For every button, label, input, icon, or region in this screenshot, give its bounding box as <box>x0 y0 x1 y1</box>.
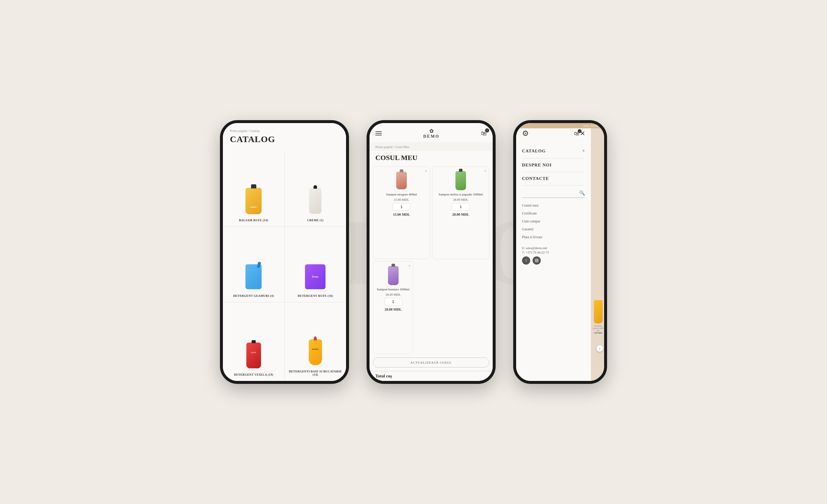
cart-badge: 3 <box>485 128 489 132</box>
shampoo-green-icon <box>455 171 466 190</box>
contact-email: E: sales@demo.md <box>522 246 585 250</box>
hamburger-line <box>375 133 382 133</box>
category-label: BALSAM RUFE (14) <box>239 219 268 222</box>
category-detergent-rufe[interactable]: DETERGENT RUFE (16) <box>285 227 346 302</box>
sub-link-cum-cumpar[interactable]: Cum cumpar <box>522 218 585 225</box>
logo-gear-icon: ✿ <box>423 128 440 134</box>
category-label: DETERGENTI BAIE SI BUCATARIE (14) <box>288 370 343 376</box>
cart-bag-icon[interactable]: 🛍 3 <box>481 130 487 137</box>
expand-icon: + <box>582 148 585 154</box>
menu-logo-gear-icon: ⚙ <box>522 129 529 138</box>
hamburger-line <box>375 135 382 135</box>
menu-cart-area: 🛍 2 <box>574 131 579 137</box>
category-balsam-rufe[interactable]: BALSAM RUFE (14) <box>223 151 285 226</box>
contact-section: E: sales@demo.md T: +373 79 44-22-73 f <box>522 246 585 265</box>
right-product-price: 7.00 MDL <box>592 332 604 334</box>
cart-item-name-0: Sampon strugure 400ml <box>386 192 417 196</box>
shampoo-red-icon <box>396 172 407 189</box>
right-product-name: id ananas rezerva 1000 ml <box>592 325 604 332</box>
hamburger-line <box>375 131 382 132</box>
bottle-red-icon <box>246 343 261 368</box>
facebook-icon[interactable]: f <box>522 257 530 265</box>
cart-item-name-1: Sampon melisa si papadie 1000ml <box>439 192 483 196</box>
bottle-yellow-icon <box>245 188 261 214</box>
menu-catalog-label: CATALOG <box>522 149 546 154</box>
product-image-bag <box>303 262 327 291</box>
product-image-balsam <box>242 186 265 216</box>
cart-breadcrumb: Prima pagină / Cosul Meu <box>370 143 493 151</box>
cart-topbar: ✿ DEMO 🛍 3 <box>370 123 493 143</box>
announcement-bar: sinau, vezi detalii <box>516 123 604 128</box>
cart-item-price-1: 28.00 MDL <box>453 198 468 201</box>
menu-cart-icon[interactable]: 🛍 2 <box>574 131 579 137</box>
catalog-breadcrumb: Prima pagină / Catalog <box>230 129 339 132</box>
cart-logo: ✿ DEMO <box>423 128 440 139</box>
carousel-next-button[interactable]: › <box>596 345 603 352</box>
svg-point-1 <box>536 260 538 261</box>
category-creme[interactable]: CREME (1) <box>285 151 346 226</box>
category-detergent-geamuri[interactable]: DETERGENT GEAMURI (4) <box>223 227 285 302</box>
remove-item-button-2[interactable]: × <box>408 264 410 268</box>
menu-item-despre-noi[interactable]: DESPRE NOI <box>522 159 585 172</box>
menu-item-catalog[interactable]: CATALOG + <box>522 144 585 159</box>
menu-cart-badge: 2 <box>578 129 582 133</box>
cart-item-total-1: 28.00 MDL <box>452 213 469 217</box>
logo-text: DEMO <box>423 134 440 139</box>
category-detergent-vesela[interactable]: DETERGENT VESELA (19) <box>223 302 285 381</box>
phone-catalog: Prima pagină / Catalog CATALOG BALSAM RU… <box>220 120 349 384</box>
contact-phone: T: +373 79 44-22-73 <box>522 250 585 254</box>
search-input[interactable] <box>522 191 579 195</box>
product-image-spray <box>242 262 265 291</box>
cart-item-image-2 <box>384 265 402 286</box>
bottle-white-icon <box>309 188 322 214</box>
phone-cart: ✿ DEMO 🛍 3 Prima pagină / Cosul Meu COSU… <box>367 120 496 384</box>
cart-item-price-2: 28.00 MDL <box>386 293 401 296</box>
menu-despre-noi-label: DESPRE NOI <box>522 163 552 168</box>
right-bottle-icon <box>594 300 603 324</box>
right-bg-panel: id ananas rezerva 1000 ml 7.00 MDL › <box>591 123 604 381</box>
cart-item-qty-2[interactable] <box>384 298 402 305</box>
category-detergenti-baie[interactable]: DETERGENTI BAIE SI BUCATARIE (14) <box>285 302 346 381</box>
sub-links-section: Contul meu Certificate Cum cumpar Garant… <box>522 202 585 241</box>
phone-menu: sinau, vezi detalii ri,ri!! id ananas re… <box>513 120 607 384</box>
cart-item-qty-1[interactable] <box>452 203 470 211</box>
menu-item-contacte[interactable]: CONTACTE <box>522 172 585 185</box>
menu-overlay: ⚙ ✕ 🛍 2 CATALOG + DESPRE NOI <box>516 123 591 381</box>
product-image-red-bottle <box>242 341 265 370</box>
category-label: DETERGENT VESELA (19) <box>234 373 273 376</box>
instagram-icon[interactable] <box>533 257 541 265</box>
category-label: DETERGENT GEAMURI (4) <box>233 294 274 297</box>
cart-item-total-0: 15.00 MDL <box>393 213 410 217</box>
sub-link-garantii[interactable]: Garantii <box>522 226 585 233</box>
cart-item-image-1 <box>452 170 470 191</box>
catalog-header: Prima pagină / Catalog CATALOG <box>223 123 346 147</box>
spray-blue-icon <box>245 264 261 289</box>
svg-rect-0 <box>535 259 538 262</box>
menu-contacte-label: CONTACTE <box>522 176 549 181</box>
cart-item-name-2: Sampon brusture 1000ml <box>377 287 409 291</box>
catalog-grid: BALSAM RUFE (14) CREME (1) DETERGENT GEA… <box>223 151 346 381</box>
sub-link-certificate[interactable]: Certificate <box>522 210 585 217</box>
cart-items-grid: × Sampon strugure 400ml 15.00 MDL 15.00 … <box>370 166 493 354</box>
cart-item-image-0 <box>393 170 410 191</box>
cart-total-section: Total coș <box>370 371 493 381</box>
search-icon[interactable]: 🔍 <box>579 190 585 196</box>
sub-link-plata-si-livrare[interactable]: Plata si livrare <box>522 233 585 241</box>
cart-item-qty-0[interactable] <box>393 203 410 211</box>
menu-screen: sinau, vezi detalii ri,ri!! id ananas re… <box>516 123 604 381</box>
cart-item-1: × Sampon melisa si papadie 1000ml 28.00 … <box>432 166 489 259</box>
remove-item-button-1[interactable]: × <box>484 169 487 173</box>
scene: DEMO Prima pagină / Catalog CATALOG BALS… <box>0 0 827 504</box>
social-icons: f <box>522 257 585 265</box>
bag-purple-icon <box>305 264 326 289</box>
sub-link-contul-meu[interactable]: Contul meu <box>522 202 585 209</box>
menu-hamburger-icon[interactable] <box>375 131 382 135</box>
cart-total-label: Total coș <box>375 374 487 379</box>
category-label: CREME (1) <box>307 219 324 222</box>
cart-page-title: COSUL MEU <box>370 151 493 166</box>
product-image-ketchup <box>303 338 327 367</box>
update-cart-button[interactable]: ACTUALIZEAZĂ COȘUL <box>373 357 489 368</box>
category-label: DETERGENT RUFE (16) <box>298 294 333 297</box>
remove-item-button-0[interactable]: × <box>425 169 427 173</box>
catalog-screen: Prima pagină / Catalog CATALOG BALSAM RU… <box>223 123 346 381</box>
